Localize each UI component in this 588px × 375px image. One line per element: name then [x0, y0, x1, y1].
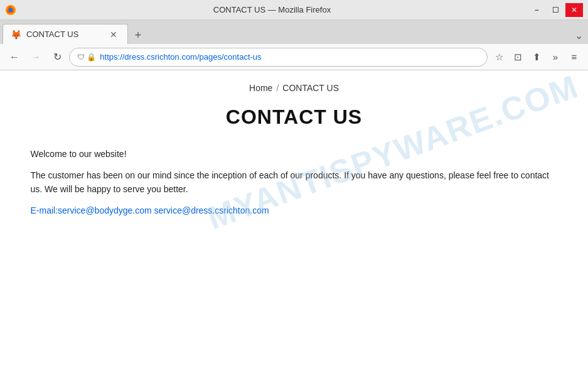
maximize-button[interactable]: ☐: [547, 3, 564, 17]
page-title: CONTACT US: [31, 106, 558, 129]
title-bar: CONTACT US — Mozilla Firefox − ☐ ✕: [0, 0, 588, 20]
window-title: CONTACT US — Mozilla Firefox: [16, 5, 528, 14]
email-line: E-mail:service@bodydyge.com service@dres…: [31, 204, 558, 217]
breadcrumb-separator: /: [276, 83, 279, 93]
bookmark-button[interactable]: ☆: [490, 48, 508, 66]
tab-title: CONTACT US: [26, 30, 102, 39]
email2[interactable]: service@dress.csrichton.com: [154, 205, 269, 215]
welcome-text: Welcome to our website!: [31, 148, 558, 161]
breadcrumb-current: CONTACT US: [282, 83, 339, 93]
active-tab[interactable]: 🦊 CONTACT US ✕: [3, 24, 128, 44]
close-button[interactable]: ✕: [565, 3, 583, 17]
email-label: E-mail:: [31, 205, 58, 215]
extensions-button[interactable]: »: [547, 48, 564, 66]
url-text: https://dress.csrichton.com/pages/contac…: [100, 52, 479, 62]
svg-point-2: [9, 8, 13, 11]
breadcrumb: Home / CONTACT US: [31, 83, 558, 93]
new-tab-button[interactable]: +: [129, 26, 147, 44]
firefox-icon: [5, 4, 16, 16]
minimize-button[interactable]: −: [528, 3, 545, 17]
back-button[interactable]: ←: [5, 48, 24, 67]
title-bar-controls: − ☐ ✕: [528, 3, 583, 17]
tab-favicon: 🦊: [11, 30, 21, 40]
nav-bar: ← → ↻ 🛡 🔒 https://dress.csrichton.com/pa…: [0, 44, 588, 70]
email1[interactable]: service@bodydyge.com: [58, 205, 152, 215]
url-security-icons: 🛡 🔒: [77, 53, 96, 62]
tabs-dropdown-icon[interactable]: ⌄: [572, 27, 585, 44]
page-inner: MYANTISPYWARE.COM Home / CONTACT US CONT…: [12, 70, 577, 242]
page-content: MYANTISPYWARE.COM Home / CONTACT US CONT…: [0, 70, 588, 375]
pocket-button[interactable]: ⊡: [509, 48, 527, 66]
nav-right-buttons: ☆ ⊡ ⬆ » ≡: [490, 48, 583, 66]
reload-button[interactable]: ↻: [48, 48, 67, 67]
title-bar-left: [5, 4, 16, 16]
forward-button[interactable]: →: [26, 48, 45, 67]
tab-bar-right: ⌄: [572, 27, 585, 44]
tab-bar: 🦊 CONTACT US ✕ + ⌄: [0, 20, 588, 44]
body-text: The customer has been on our mind since …: [31, 168, 558, 197]
breadcrumb-home-link[interactable]: Home: [249, 83, 272, 93]
share-button[interactable]: ⬆: [528, 48, 545, 66]
url-bar[interactable]: 🛡 🔒 https://dress.csrichton.com/pages/co…: [69, 48, 488, 67]
tab-close-button[interactable]: ✕: [107, 28, 120, 41]
menu-button[interactable]: ≡: [565, 48, 583, 66]
